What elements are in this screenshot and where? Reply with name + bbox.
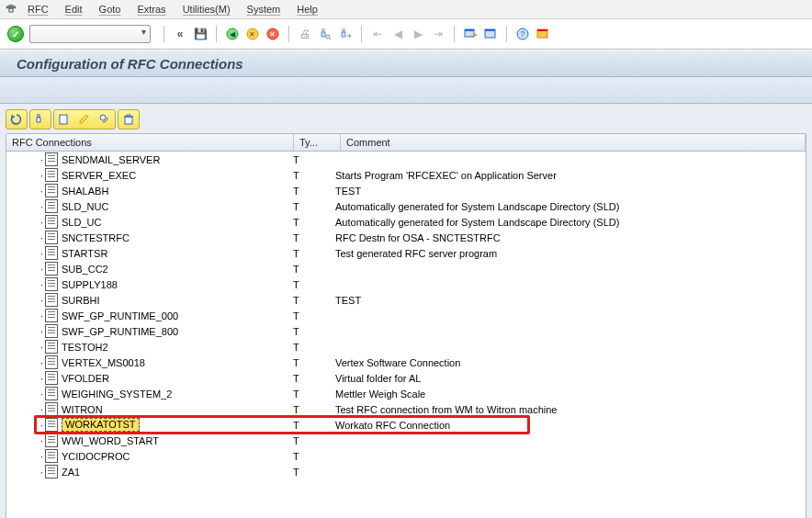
menu-edit[interactable]: Edit — [65, 4, 83, 15]
table-row[interactable]: SLD_NUCTAutomatically generated for Syst… — [6, 198, 806, 214]
table-body[interactable]: SENDMAIL_SERVERTSERVER_EXECTStarts Progr… — [6, 152, 806, 518]
svg-rect-16 — [60, 115, 67, 124]
rfc-name-label: STARTSR — [62, 248, 107, 259]
name-cell[interactable]: SLD_UC — [6, 215, 289, 229]
find-icon[interactable] — [316, 25, 334, 43]
create-icon[interactable] — [54, 110, 74, 129]
menu-extras[interactable]: Extras — [137, 4, 165, 15]
refresh-tree-icon[interactable] — [6, 109, 28, 130]
col-header-comment[interactable]: Comment — [341, 134, 806, 151]
command-field[interactable] — [29, 25, 151, 43]
layout-icon[interactable] — [534, 25, 552, 43]
document-icon — [45, 465, 58, 479]
type-cell: T — [289, 186, 332, 197]
menu-goto[interactable]: Goto — [99, 4, 121, 15]
print-icon[interactable]: 🖨 — [296, 25, 314, 43]
enter-icon[interactable]: ✓ — [7, 26, 24, 42]
document-icon — [45, 215, 58, 229]
comment-cell: Virtual folder for AL — [332, 373, 806, 384]
table-row[interactable]: SERVER_EXECTStarts Program 'RFCEXEC' on … — [6, 167, 806, 183]
generate-shortcut-icon[interactable] — [481, 25, 500, 43]
table-row[interactable]: SUPPLY188T — [6, 276, 806, 292]
find-tree-icon[interactable] — [29, 109, 51, 130]
col-header-name[interactable]: RFC Connections — [6, 134, 294, 151]
table-row[interactable]: SUB_CC2T — [6, 261, 806, 276]
name-cell[interactable]: WEIGHING_SYSTEM_2 — [6, 387, 289, 400]
name-cell[interactable]: WITRON — [6, 402, 289, 416]
table-row[interactable]: VFOLDERTVirtual folder for AL — [6, 370, 806, 386]
name-cell[interactable]: VERTEX_MS0018 — [6, 355, 289, 369]
window-menu-icon[interactable] — [6, 3, 18, 16]
rfc-name-label: SLD_NUC — [62, 201, 108, 212]
document-icon — [45, 246, 58, 260]
last-page-icon[interactable]: ⇥ — [429, 25, 447, 43]
name-cell[interactable]: SNCTESTRFC — [6, 231, 289, 244]
table-row[interactable]: TESTOH2T — [6, 339, 806, 355]
document-icon — [45, 277, 58, 291]
save-icon[interactable]: 💾 — [191, 25, 209, 43]
prev-page-icon[interactable]: ◀ — [389, 25, 407, 43]
display-icon[interactable] — [95, 110, 115, 129]
document-icon — [45, 324, 58, 338]
name-cell[interactable]: YCIDOCPROC — [6, 449, 289, 463]
delete-icon[interactable] — [118, 109, 140, 130]
menu-rfc[interactable]: RFC — [28, 4, 49, 15]
next-page-icon[interactable]: ▶ — [409, 25, 427, 43]
name-cell[interactable]: SWF_GP_RUNTIME_800 — [6, 324, 289, 338]
find-next-icon[interactable] — [336, 25, 355, 43]
exit-icon[interactable]: ✕ — [243, 25, 262, 43]
table-row[interactable]: SNCTESTRFCTRFC Destn for OSA - SNCTESTRF… — [6, 230, 806, 245]
table-row[interactable]: WEIGHING_SYSTEM_2TMettler Weigh Scale — [6, 386, 806, 401]
name-cell[interactable]: SWF_GP_RUNTIME_000 — [6, 309, 289, 322]
back-nav-icon[interactable]: ◀ — [223, 25, 242, 43]
table-row[interactable]: SWF_GP_RUNTIME_800T — [6, 323, 806, 339]
table-row[interactable]: VERTEX_MS0018TVertex Software Connection — [6, 355, 806, 370]
rfc-name-label: SUPPLY188 — [62, 279, 118, 290]
name-cell[interactable]: STARTSR — [6, 246, 289, 260]
menu-utilities[interactable]: Utilities(M) — [183, 4, 231, 15]
name-cell[interactable]: WWI_WORD_START — [6, 434, 289, 447]
back-icon[interactable]: « — [171, 25, 189, 43]
table-row[interactable]: STARTSRTTest generated RFC server progra… — [6, 245, 806, 261]
svg-point-7 — [326, 35, 330, 39]
name-cell[interactable]: SLD_NUC — [6, 199, 289, 213]
separator — [164, 26, 164, 42]
col-header-type[interactable]: Ty... — [294, 134, 341, 151]
cancel-icon[interactable]: ✕ — [264, 25, 282, 43]
name-cell[interactable]: SENDMAIL_SERVER — [6, 152, 289, 166]
table-row[interactable]: ZA1T — [6, 464, 806, 479]
menu-help[interactable]: Help — [297, 4, 318, 15]
rfc-name-label: SUB_CC2 — [62, 264, 108, 275]
rfc-name-label: SERVER_EXEC — [62, 170, 136, 181]
menu-system[interactable]: System — [247, 4, 281, 15]
table-row[interactable]: WITRONTTest RFC connection from WM to Wi… — [6, 401, 806, 417]
new-session-icon[interactable] — [461, 25, 479, 43]
name-cell[interactable]: SUPPLY188 — [6, 277, 289, 291]
table-row[interactable]: SURBHITTEST — [6, 292, 806, 308]
comment-cell: Vertex Software Connection — [332, 357, 806, 368]
table-row[interactable]: SHALABHTTEST — [6, 183, 806, 198]
table-row[interactable]: YCIDOCPROCT — [6, 448, 806, 464]
name-cell[interactable]: ZA1 — [6, 465, 289, 479]
name-cell[interactable]: TESTOH2 — [6, 340, 289, 354]
table-row[interactable]: SENDMAIL_SERVERT — [6, 152, 806, 167]
table-row[interactable]: WORKATOTSTTWorkato RFC Connection — [6, 417, 806, 433]
first-page-icon[interactable]: ⇤ — [368, 25, 387, 43]
table-row[interactable]: WWI_WORD_STARTT — [6, 433, 806, 448]
name-cell[interactable]: SHALABH — [6, 184, 289, 197]
tree-bullet — [10, 420, 45, 431]
help-icon[interactable]: ? — [513, 25, 532, 43]
comment-cell: TEST — [332, 186, 806, 197]
document-icon — [45, 340, 58, 354]
table-row[interactable]: SLD_UCTAutomatically generated for Syste… — [6, 214, 806, 230]
name-cell[interactable]: WORKATOTST — [6, 418, 289, 432]
type-cell: T — [289, 357, 332, 368]
name-cell[interactable]: SUB_CC2 — [6, 262, 289, 276]
change-icon[interactable] — [74, 110, 95, 129]
comment-cell: Starts Program 'RFCEXEC' on Application … — [332, 170, 806, 181]
type-cell: T — [289, 467, 332, 478]
name-cell[interactable]: SERVER_EXEC — [6, 168, 289, 182]
name-cell[interactable]: SURBHI — [6, 293, 289, 307]
name-cell[interactable]: VFOLDER — [6, 371, 289, 385]
table-row[interactable]: SWF_GP_RUNTIME_000T — [6, 308, 806, 323]
